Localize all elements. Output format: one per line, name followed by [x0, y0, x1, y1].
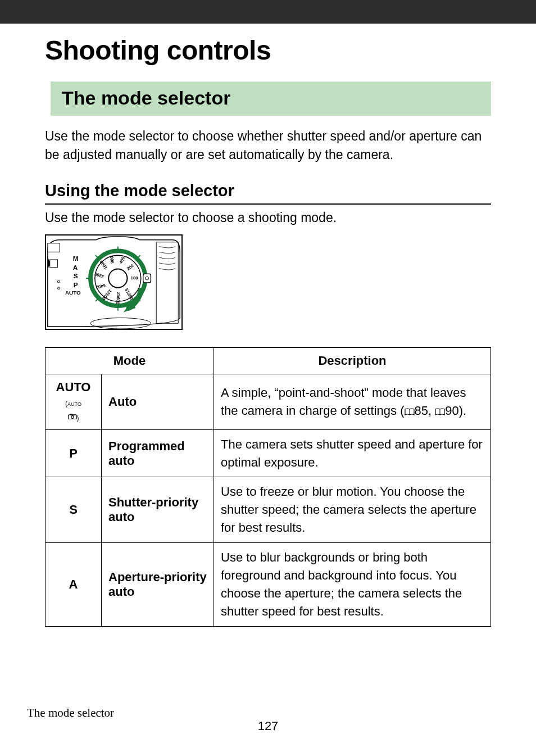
table-row: P Programmed auto The camera sets shutte… [46, 429, 491, 477]
mode-name-auto: Auto [102, 374, 214, 429]
svg-text:800: 800 [109, 255, 115, 263]
intro-paragraph: Use the mode selector to choose whether … [45, 127, 491, 165]
mode-symbol-s: S [46, 477, 102, 543]
svg-text:S: S [74, 272, 78, 279]
mode-desc-s: Use to freeze or blur motion. You choose… [214, 477, 491, 543]
mode-desc-p: The camera sets shutter speed and apertu… [214, 429, 491, 477]
mode-selector-diagram: M A S P AUTO [45, 234, 183, 330]
chapter-title: Shooting controls [45, 35, 491, 66]
svg-rect-3 [48, 243, 60, 252]
table-row: S Shutter-priority auto Use to freeze or… [46, 477, 491, 543]
mode-table: Mode Description AUTO (AUTO) Auto A simp… [45, 347, 491, 627]
svg-text:M: M [73, 255, 79, 262]
svg-rect-2 [50, 260, 58, 268]
mode-symbol-a: A [46, 543, 102, 627]
svg-text:100: 100 [131, 275, 139, 280]
table-row: A Aperture-priority auto Use to blur bac… [46, 543, 491, 627]
page-ref-icon [435, 408, 445, 416]
mode-name-a: Aperture-priority auto [102, 543, 214, 627]
page-footer: The mode selector 127 [0, 719, 536, 734]
svg-rect-36 [70, 414, 72, 415]
svg-point-13 [108, 269, 127, 287]
subsection-paragraph: Use the mode selector to choose a shooti… [45, 210, 491, 225]
footer-page-number: 127 [0, 719, 536, 734]
svg-text:AUTO: AUTO [65, 289, 81, 296]
mode-symbol-p: P [46, 429, 102, 477]
mode-name-s: Shutter-priority auto [102, 477, 214, 543]
subsection-heading: Using the mode selector [45, 182, 491, 205]
table-row: AUTO (AUTO) Auto A simple, “point-and-sh… [46, 374, 491, 429]
mode-symbol-auto: AUTO (AUTO) [46, 374, 102, 429]
section-title: The mode selector [62, 87, 480, 109]
mode-desc-auto: A simple, “point-and-shoot” mode that le… [214, 374, 491, 429]
table-header-mode: Mode [46, 347, 214, 374]
header-bar [0, 0, 536, 24]
svg-text:A: A [73, 263, 78, 270]
footer-section-label: The mode selector [27, 706, 114, 720]
table-header-desc: Description [214, 347, 491, 374]
svg-rect-32 [143, 274, 151, 283]
page-ref-icon [405, 408, 415, 416]
svg-text:P: P [74, 280, 78, 288]
mode-name-p: Programmed auto [102, 429, 214, 477]
mode-desc-a: Use to blur backgrounds or bring both fo… [214, 543, 491, 627]
svg-point-37 [71, 415, 74, 418]
section-banner: The mode selector [51, 82, 491, 116]
svg-text:25600: 25600 [115, 292, 121, 305]
